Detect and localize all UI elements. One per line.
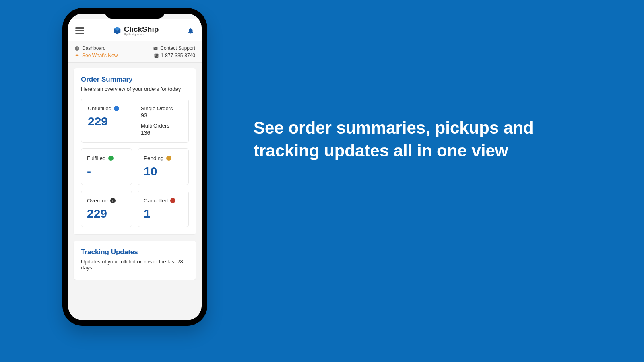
single-orders-label: Single Orders (141, 105, 182, 111)
menu-button[interactable] (75, 27, 84, 34)
fulfilled-value: - (87, 165, 126, 178)
pending-label: Pending (144, 155, 164, 161)
contact-label: Contact Support (160, 45, 195, 51)
tracking-title: Tracking Updates (81, 248, 189, 256)
phone-notch (105, 8, 165, 19)
unfulfilled-value: 229 (88, 115, 129, 128)
order-summary-card: Order Summary Here's an overview of your… (74, 68, 196, 234)
sparkle-icon (74, 53, 80, 58)
x-icon (170, 198, 175, 203)
brand-logo: ClickShip By Freightcom (113, 25, 159, 36)
unfulfilled-label: Unfulfilled (88, 105, 111, 111)
fulfilled-tile[interactable]: Fulfilled - (81, 148, 132, 185)
overdue-value: 229 (87, 207, 126, 220)
main-content: Order Summary Here's an overview of your… (68, 63, 202, 317)
single-orders-value: 93 (141, 112, 182, 119)
mail-icon (153, 46, 158, 51)
brand-name: ClickShip (124, 25, 159, 33)
multi-orders-label: Multi Orders (141, 123, 182, 129)
phone-number: 1-877-335-8740 (161, 53, 195, 58)
gauge-icon (74, 46, 80, 51)
cancelled-tile[interactable]: Cancelled 1 (138, 191, 189, 227)
phone-icon (154, 53, 159, 58)
pending-tile[interactable]: Pending 10 (138, 148, 189, 185)
svg-rect-1 (154, 47, 158, 50)
multi-orders-value: 136 (141, 130, 182, 136)
tracking-subtitle: Updates of your fulfilled orders in the … (81, 259, 189, 271)
cancelled-value: 1 (144, 207, 183, 220)
app-header: ClickShip By Freightcom (68, 19, 202, 41)
unfulfilled-tile[interactable]: Unfulfilled 229 Single Orders 93 Mu (81, 99, 189, 143)
phone-frame: ClickShip By Freightcom Dashboard (62, 8, 207, 326)
dashboard-breadcrumb[interactable]: Dashboard (74, 45, 106, 51)
notifications-button[interactable] (187, 27, 194, 34)
see-new-label: See What's New (82, 53, 118, 58)
contact-support-link[interactable]: Contact Support (153, 45, 195, 51)
sub-bar: Dashboard Contact Support See What's New (68, 41, 202, 63)
logo-icon (113, 26, 122, 35)
see-whats-new-link[interactable]: See What's New (74, 53, 118, 58)
cancelled-label: Cancelled (144, 197, 168, 204)
pending-value: 10 (144, 165, 183, 178)
order-summary-title: Order Summary (81, 76, 189, 84)
dashboard-label: Dashboard (82, 45, 106, 51)
support-phone[interactable]: 1-877-335-8740 (154, 53, 195, 58)
minus-icon (166, 156, 171, 161)
marketing-headline: See order summaries, pickups and trackin… (254, 117, 559, 162)
info-dark-icon: i (110, 198, 116, 203)
phone-screen: ClickShip By Freightcom Dashboard (68, 14, 202, 320)
tracking-updates-card: Tracking Updates Updates of your fulfill… (74, 241, 196, 280)
overdue-tile[interactable]: Overdue i 229 (81, 191, 132, 227)
info-icon (114, 106, 119, 111)
overdue-label: Overdue (87, 197, 108, 204)
order-summary-subtitle: Here's an overview of your orders for to… (81, 86, 189, 92)
check-icon (108, 156, 114, 161)
svg-rect-2 (154, 53, 158, 58)
fulfilled-label: Fulfilled (87, 155, 106, 161)
